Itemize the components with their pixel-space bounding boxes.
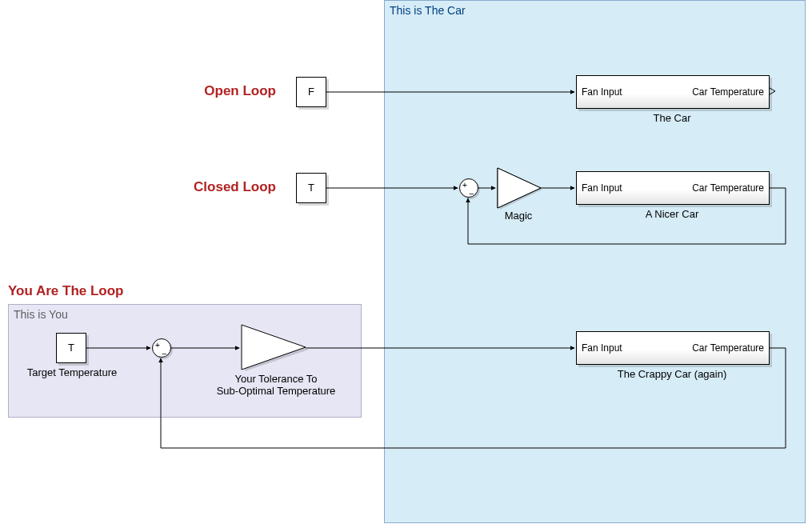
gain-tolerance[interactable] — [240, 322, 312, 374]
subsystem-the-car-label: The Car — [576, 112, 768, 124]
port-in-fan-input-nicer: Fan Input — [582, 172, 622, 204]
gain-magic-face — [496, 166, 544, 210]
constant-T-target[interactable]: T — [56, 333, 86, 363]
svg-marker-6 — [242, 325, 306, 370]
sum-closed-loop[interactable]: + − — [459, 178, 478, 198]
subsystem-crappy-car[interactable]: Fan Input Car Temperature — [576, 331, 770, 365]
subsystem-nicer-car-label: A Nicer Car — [576, 208, 768, 220]
constant-T-target-label: Target Temperature — [24, 366, 120, 378]
gain-tolerance-label: Your Tolerance To Sub-Optimal Temperatur… — [200, 373, 352, 397]
sum-plus-icon-2: + — [155, 342, 160, 350]
constant-T-closed[interactable]: T — [296, 173, 326, 203]
port-out-car-temperature: Car Temperature — [692, 76, 764, 108]
port-out-car-temperature-nicer: Car Temperature — [692, 172, 764, 204]
constant-F[interactable]: F — [296, 77, 326, 107]
port-in-fan-input-crappy: Fan Input — [582, 332, 622, 364]
sum-minus-icon-2: − — [162, 350, 166, 358]
area-car-title: This is The Car — [385, 1, 805, 20]
subsystem-the-car[interactable]: Fan Input Car Temperature — [576, 75, 770, 109]
label-you-are-the-loop: You Are The Loop — [8, 283, 152, 299]
gain-tolerance-label-line2: Sub-Optimal Temperature — [200, 385, 352, 397]
label-open-loop: Open Loop — [148, 83, 276, 99]
sum-you-loop[interactable]: + − — [152, 338, 171, 358]
label-closed-loop: Closed Loop — [148, 179, 276, 195]
subsystem-crappy-car-label: The Crappy Car (again) — [576, 368, 768, 380]
subsystem-nicer-car[interactable]: Fan Input Car Temperature — [576, 171, 770, 205]
sum-minus-icon: − — [469, 190, 474, 198]
svg-marker-4 — [498, 168, 541, 208]
gain-magic-label: Magic — [486, 210, 550, 222]
port-in-fan-input: Fan Input — [582, 76, 622, 108]
gain-tolerance-label-line1: Your Tolerance To — [200, 373, 352, 385]
sum-plus-icon: + — [462, 182, 467, 190]
port-out-car-temperature-crappy: Car Temperature — [692, 332, 764, 364]
